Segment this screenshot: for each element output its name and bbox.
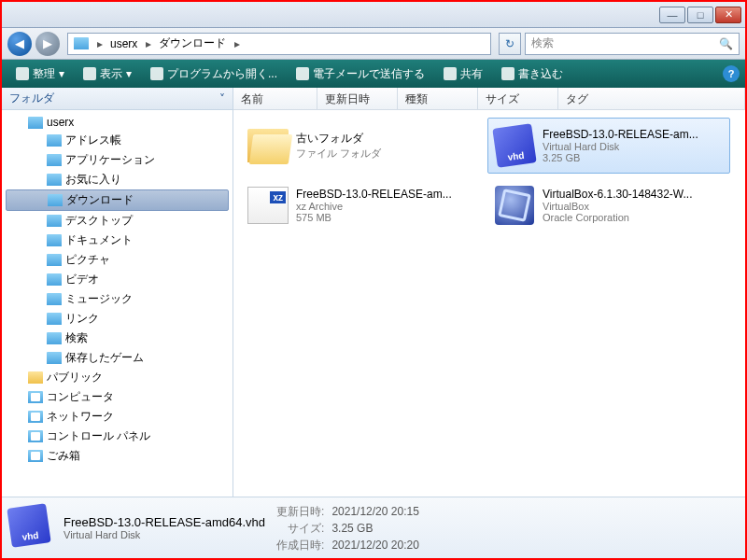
file-type: VirtualBox bbox=[543, 201, 726, 212]
tree-label: リンク bbox=[65, 311, 99, 327]
tree-item[interactable]: ネットワーク bbox=[2, 407, 233, 427]
file-size: 3.25 GB bbox=[543, 152, 726, 163]
tree-label: ミュージック bbox=[65, 291, 133, 307]
view-icon bbox=[83, 67, 96, 80]
breadcrumb[interactable]: userx bbox=[105, 34, 144, 54]
vhd-icon: vhd bbox=[492, 123, 536, 167]
command-bar: 整理▾表示▾プログラムから開く...電子メールで送信する共有書き込む? bbox=[2, 60, 745, 88]
folder-icon bbox=[47, 215, 62, 227]
file-list: 古いフォルダファイル フォルダvhdFreeBSD-13.0-RELEASE-a… bbox=[233, 110, 745, 497]
folder-icon bbox=[247, 129, 289, 162]
tree-item[interactable]: アドレス帳 bbox=[2, 131, 233, 150]
tree-item[interactable]: ピクチャ bbox=[2, 250, 233, 270]
organize-button[interactable]: 整理▾ bbox=[7, 63, 73, 86]
folder-icon bbox=[47, 313, 62, 325]
tree-item[interactable]: 検索 bbox=[2, 329, 233, 348]
file-type: ファイル フォルダ bbox=[296, 147, 479, 161]
title-bar: —□✕ bbox=[2, 2, 745, 28]
folder-icon bbox=[47, 332, 62, 344]
search-icon: 🔍 bbox=[719, 37, 733, 50]
file-size: 575 MB bbox=[296, 212, 479, 223]
tree-item[interactable]: コントロール パネル bbox=[2, 427, 233, 446]
tree-label: 保存したゲーム bbox=[65, 350, 144, 366]
tree-item[interactable]: デスクトップ bbox=[2, 211, 233, 231]
tree-label: コントロール パネル bbox=[47, 428, 150, 444]
file-name: 古いフォルダ bbox=[296, 131, 479, 147]
column-name[interactable]: 名前 bbox=[233, 88, 317, 109]
organize-icon bbox=[16, 67, 29, 80]
open-with-button[interactable]: プログラムから開く... bbox=[142, 63, 286, 86]
refresh-button[interactable]: ↻ bbox=[499, 33, 521, 55]
email-icon bbox=[296, 67, 309, 80]
tree-label: パブリック bbox=[47, 370, 103, 385]
breadcrumb[interactable]: ダウンロード bbox=[153, 34, 233, 54]
tree-label: ダウンロード bbox=[66, 192, 134, 208]
tree-item[interactable]: ごみ箱 bbox=[2, 446, 233, 466]
search-placeholder: 検索 bbox=[531, 35, 554, 51]
archive-icon bbox=[247, 187, 289, 224]
column-date[interactable]: 更新日時 bbox=[317, 88, 398, 109]
burn-icon bbox=[501, 67, 514, 80]
maximize-button[interactable]: □ bbox=[687, 7, 713, 23]
file-tile[interactable]: VirtualBox-6.1.30-148432-W...VirtualBoxO… bbox=[487, 177, 730, 233]
tree-item[interactable]: 保存したゲーム bbox=[2, 348, 233, 368]
forward-button[interactable]: ▶ bbox=[35, 32, 60, 56]
details-filetype: Virtual Hard Disk bbox=[63, 529, 265, 540]
folder-icon bbox=[28, 117, 43, 129]
tree-item[interactable]: ビデオ bbox=[2, 270, 233, 289]
tree-label: 検索 bbox=[65, 330, 88, 346]
sidebar-header[interactable]: フォルダ˅ bbox=[2, 88, 233, 110]
minimize-button[interactable]: — bbox=[659, 7, 685, 23]
details-meta: 更新日時:2021/12/20 20:15サイズ:3.25 GB作成日時:202… bbox=[275, 502, 421, 554]
tree-label: ドキュメント bbox=[65, 232, 133, 248]
tree-label: ごみ箱 bbox=[47, 448, 80, 464]
burn-button[interactable]: 書き込む bbox=[493, 63, 571, 86]
help-button[interactable]: ? bbox=[723, 65, 740, 82]
folder-icon bbox=[47, 234, 62, 246]
folder-icon bbox=[28, 450, 43, 462]
tree-item[interactable]: アプリケーション bbox=[2, 150, 233, 170]
file-tile[interactable]: FreeBSD-13.0-RELEASE-am...xz Archive575 … bbox=[241, 177, 484, 233]
address-bar[interactable]: ▸userx▸ダウンロード▸ bbox=[67, 33, 491, 55]
folder-icon bbox=[47, 154, 62, 166]
tree-label: お気に入り bbox=[65, 172, 121, 188]
tree-item[interactable]: コンピュータ bbox=[2, 387, 233, 407]
column-header-row: 名前更新日時種類サイズタグ bbox=[233, 88, 745, 110]
tree-item[interactable]: ミュージック bbox=[2, 289, 233, 309]
email-button[interactable]: 電子メールで送信する bbox=[288, 63, 433, 86]
column-type[interactable]: 種類 bbox=[398, 88, 478, 109]
tree-item[interactable]: ドキュメント bbox=[2, 231, 233, 250]
chevron-right-icon: ▸ bbox=[233, 37, 242, 50]
column-size[interactable]: サイズ bbox=[478, 88, 558, 109]
folder-icon bbox=[28, 411, 43, 423]
folder-icon bbox=[47, 134, 62, 147]
tree-label: ピクチャ bbox=[65, 252, 110, 268]
chevron-right-icon: ▸ bbox=[144, 37, 153, 50]
file-name: VirtualBox-6.1.30-148432-W... bbox=[543, 188, 726, 201]
close-button[interactable]: ✕ bbox=[715, 7, 741, 23]
file-type: Virtual Hard Disk bbox=[543, 141, 726, 152]
folder-icon bbox=[28, 430, 43, 442]
back-button[interactable]: ◀ bbox=[7, 32, 32, 56]
search-input[interactable]: 検索🔍 bbox=[525, 33, 740, 55]
folder-icon bbox=[47, 273, 62, 286]
folder-icon bbox=[47, 352, 62, 364]
folder-icon bbox=[47, 254, 62, 266]
share-icon bbox=[444, 67, 457, 80]
view-button[interactable]: 表示▾ bbox=[75, 63, 140, 86]
tree-item[interactable]: お気に入り bbox=[2, 170, 233, 189]
file-tile[interactable]: vhdFreeBSD-13.0-RELEASE-am...Virtual Har… bbox=[487, 118, 730, 174]
share-button[interactable]: 共有 bbox=[435, 63, 491, 86]
tree-label: ビデオ bbox=[65, 272, 99, 287]
column-tag[interactable]: タグ bbox=[558, 88, 745, 109]
folder-icon bbox=[48, 194, 63, 206]
folder-icon bbox=[28, 391, 43, 403]
folder-tree: userxアドレス帳アプリケーションお気に入りダウンロードデスクトップドキュメン… bbox=[2, 110, 233, 497]
tree-item[interactable]: リンク bbox=[2, 309, 233, 329]
open-icon bbox=[150, 67, 163, 80]
tree-item[interactable]: パブリック bbox=[2, 368, 233, 387]
tree-item[interactable]: userx bbox=[2, 114, 233, 131]
file-tile[interactable]: 古いフォルダファイル フォルダ bbox=[241, 118, 484, 174]
tree-item[interactable]: ダウンロード bbox=[6, 189, 229, 211]
folder-icon bbox=[47, 174, 62, 186]
